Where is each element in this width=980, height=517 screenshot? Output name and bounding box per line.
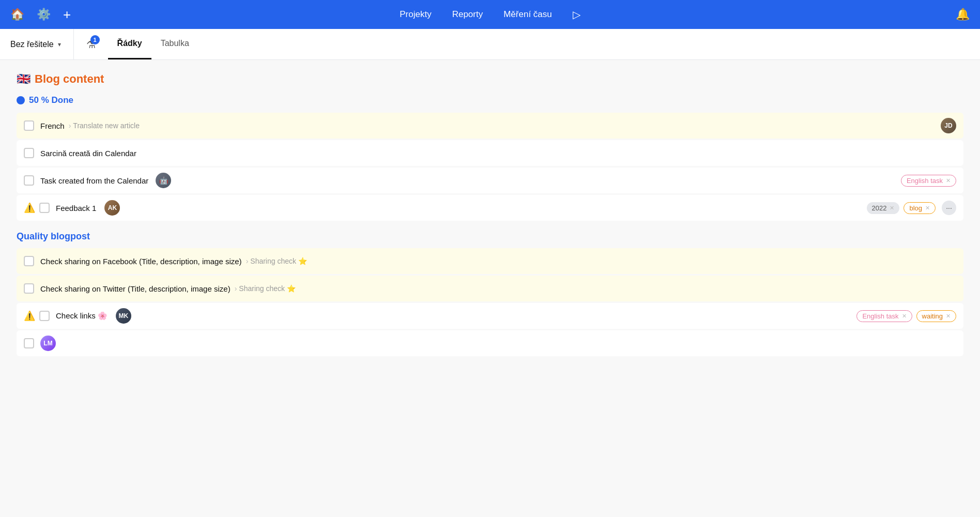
avatar-bot: 🤖	[156, 173, 171, 188]
blog-content-emoji: 🇬🇧	[17, 72, 30, 86]
task-row: ⚠️ Check links 🌸 MK English task ✕ waiti…	[17, 303, 963, 329]
task-name-calendar: Task created from the Calendar 🤖	[40, 173, 901, 188]
settings-icon[interactable]: ⚙️	[37, 8, 51, 21]
tag-english-task-links[interactable]: English task ✕	[856, 310, 912, 322]
task-checkbox-twitter[interactable]	[24, 283, 34, 294]
task-checkbox-sarcina[interactable]	[24, 148, 34, 158]
task-parent-facebook: › Sharing check ⭐	[246, 257, 307, 265]
section-quality-blogpost: Quality blogpost	[17, 231, 963, 242]
top-nav: 🏠 ⚙️ + Projekty Reporty Měření času ▷ 🔔	[0, 0, 980, 29]
task-checkbox-feedback[interactable]	[39, 203, 50, 213]
task-name-bottom: LM	[40, 336, 956, 351]
task-row: French › Translate new article JD	[17, 113, 963, 139]
task-tags-links: English task ✕ waiting ✕	[856, 310, 956, 322]
task-parent-twitter: › Sharing check ⭐	[235, 284, 296, 293]
task-row: LM	[17, 330, 963, 356]
avatar-bottom: LM	[40, 336, 56, 351]
tag-english-task[interactable]: English task ✕	[901, 175, 956, 187]
chevron-down-icon: ▾	[58, 41, 61, 48]
tag-x-icon[interactable]: ✕	[946, 177, 951, 184]
task-checkbox-facebook[interactable]	[24, 256, 34, 266]
task-parent-french: › Translate new article	[69, 121, 140, 130]
task-tags-calendar: English task ✕	[901, 175, 956, 187]
task-name-feedback: Feedback 1 AK	[56, 200, 867, 216]
play-icon[interactable]: ▷	[573, 8, 580, 21]
nav-left: 🏠 ⚙️ +	[10, 7, 71, 23]
bell-icon[interactable]: 🔔	[956, 8, 970, 21]
tag-x-icon[interactable]: ✕	[890, 205, 894, 211]
task-row: ⚠️ Feedback 1 AK 2022 ✕ blog ✕ ···	[17, 195, 963, 221]
tag-waiting[interactable]: waiting ✕	[916, 310, 956, 322]
arrow-icon: ›	[235, 284, 237, 293]
task-name-facebook: Check sharing on Facebook (Title, descri…	[40, 257, 956, 266]
assignee-selector[interactable]: Bez řešitele ▾	[10, 29, 74, 59]
section-blog-content: 🇬🇧 Blog content	[17, 72, 963, 86]
nav-center: Projekty Reporty Měření času ▷	[400, 8, 580, 21]
filter-button[interactable]: ⚗ 1	[86, 38, 96, 51]
group-dot	[17, 96, 25, 104]
task-name-twitter: Check sharing on Twitter (Title, descrip…	[40, 284, 956, 293]
task-name-sarcina: Sarcină creată din Calendar	[40, 149, 956, 158]
task-row: Check sharing on Facebook (Title, descri…	[17, 248, 963, 274]
avatar-links: MK	[116, 308, 131, 324]
group-label-text: 50 % Done	[29, 95, 73, 105]
warning-icon: ⚠️	[24, 202, 35, 214]
task-name-links: Check links 🌸 MK	[56, 308, 856, 324]
task-row: Sarcină creată din Calendar	[17, 140, 963, 166]
tag-blog[interactable]: blog ✕	[904, 202, 936, 214]
task-name-french: French › Translate new article	[40, 121, 941, 130]
tag-2022[interactable]: 2022 ✕	[867, 202, 900, 214]
add-icon[interactable]: +	[63, 7, 71, 23]
tag-x-icon[interactable]: ✕	[902, 313, 907, 320]
dots-button[interactable]: ···	[942, 201, 956, 215]
tab-radky[interactable]: Řádky	[108, 29, 151, 59]
nav-projekty[interactable]: Projekty	[400, 9, 431, 20]
group-50-done: 50 % Done	[17, 95, 963, 105]
arrow-icon: ›	[246, 257, 249, 265]
view-tabs: Řádky Tabulka	[108, 29, 198, 59]
nav-reporty[interactable]: Reporty	[452, 9, 483, 20]
home-icon[interactable]: 🏠	[10, 8, 24, 21]
tag-x-icon[interactable]: ✕	[946, 313, 951, 320]
task-checkbox-calendar[interactable]	[24, 175, 34, 186]
nav-right: 🔔	[956, 8, 970, 21]
arrow-icon: ›	[69, 121, 71, 130]
blog-content-title: Blog content	[35, 72, 104, 86]
task-checkbox-links[interactable]	[39, 311, 50, 321]
task-checkbox-french[interactable]	[24, 120, 34, 131]
filter-badge: 1	[90, 35, 100, 44]
main-content: 🇬🇧 Blog content 50 % Done French › Trans…	[0, 60, 980, 517]
task-row: Task created from the Calendar 🤖 English…	[17, 168, 963, 193]
subheader: Bez řešitele ▾ ⚗ 1 Řádky Tabulka	[0, 29, 980, 60]
task-row: Check sharing on Twitter (Title, descrip…	[17, 276, 963, 301]
tab-tabulka[interactable]: Tabulka	[151, 29, 198, 59]
avatar-french: JD	[941, 118, 956, 133]
avatar-feedback: AK	[104, 200, 120, 216]
nav-mereni-casu[interactable]: Měření času	[503, 9, 552, 20]
task-tags-feedback: 2022 ✕ blog ✕ ···	[867, 201, 957, 215]
warning-icon: ⚠️	[24, 310, 35, 322]
task-checkbox-bottom[interactable]	[24, 338, 34, 348]
assignee-label: Bez řešitele	[10, 40, 54, 49]
tag-x-icon[interactable]: ✕	[925, 205, 930, 211]
